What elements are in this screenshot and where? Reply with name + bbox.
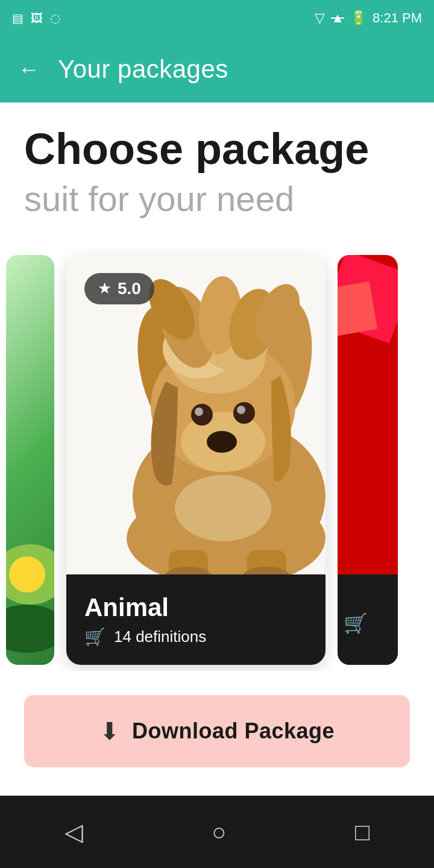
main-content: Choose package suit for your need ★ 5.0 — [0, 102, 434, 671]
card-left-partial[interactable] — [6, 255, 54, 665]
svg-point-14 — [191, 404, 213, 426]
download-label: Download Package — [132, 719, 335, 744]
rating-badge: ★ 5.0 — [84, 273, 154, 304]
signal-icon: ▲ — [331, 10, 344, 26]
card-animal-image: ★ 5.0 — [66, 255, 326, 574]
back-button[interactable]: ← — [18, 57, 40, 82]
svg-point-25 — [175, 475, 271, 541]
svg-point-16 — [195, 407, 203, 416]
app-icon-2: 🖼 — [31, 11, 43, 25]
svg-point-18 — [207, 431, 237, 453]
nav-back-button[interactable]: ◁ — [64, 818, 83, 846]
app-bar: ← Your packages — [0, 36, 434, 102]
card-animal[interactable]: ★ 5.0 — [66, 255, 326, 665]
time-display: 8:21 PM — [373, 10, 422, 26]
cards-carousel: ★ 5.0 — [0, 249, 434, 671]
cart-icon: 🛒 — [84, 627, 105, 647]
status-bar: ▤ 🖼 ◌ ▽ ▲ 🔋 8:21 PM — [0, 0, 434, 36]
svg-point-17 — [237, 406, 245, 414]
card-title: Animal — [84, 593, 307, 622]
page-subheading: suit for your need — [24, 178, 410, 219]
download-icon: ⬇ — [99, 717, 120, 745]
right-cart-icon: 🛒 — [344, 612, 368, 635]
wifi-icon: ▽ — [315, 10, 325, 26]
card-right-partial[interactable]: 🛒 — [338, 255, 398, 665]
card-definitions: 14 definitions — [114, 627, 206, 646]
app-icon-3: ◌ — [50, 11, 60, 25]
card-info: Animal 🛒 14 definitions — [66, 574, 326, 665]
card-right-image: 🛒 — [338, 255, 398, 665]
nav-recents-button[interactable]: □ — [355, 819, 370, 846]
svg-point-15 — [233, 402, 255, 424]
app-icon-1: ▤ — [12, 11, 24, 25]
battery-icon: 🔋 — [350, 10, 366, 26]
page-heading: Choose package — [24, 127, 410, 172]
download-button[interactable]: ⬇ Download Package — [24, 695, 410, 767]
bottom-nav: ◁ ○ □ — [0, 796, 434, 868]
status-icons-right: ▽ ▲ 🔋 8:21 PM — [315, 10, 422, 26]
card-meta: 🛒 14 definitions — [84, 627, 307, 647]
bowl-yellow — [9, 556, 45, 593]
bowl-dark — [6, 605, 54, 653]
nav-home-button[interactable]: ○ — [212, 819, 226, 846]
download-section: ⬇ Download Package — [0, 671, 434, 797]
status-icons-left: ▤ 🖼 ◌ — [12, 11, 60, 25]
star-icon: ★ — [98, 279, 112, 298]
app-bar-title: Your packages — [58, 55, 228, 84]
card-left-image — [6, 255, 54, 665]
rating-value: 5.0 — [118, 279, 141, 298]
